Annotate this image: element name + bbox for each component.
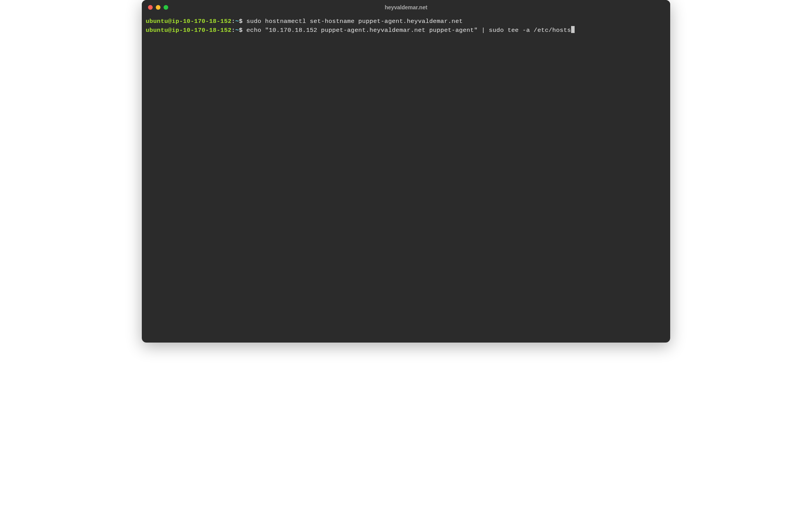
terminal-body[interactable]: ubuntu@ip-10-170-18-152:~$ sudo hostname… xyxy=(142,15,670,343)
prompt-colon: : xyxy=(232,18,235,25)
prompt-dollar: $ xyxy=(239,27,243,34)
window-title: heyvaldemar.net xyxy=(385,4,427,10)
prompt-user: ubuntu@ip-10-170-18-152 xyxy=(146,27,232,34)
prompt-colon: : xyxy=(232,27,235,34)
cursor xyxy=(571,26,575,33)
terminal-line: ubuntu@ip-10-170-18-152:~$ echo "10.170.… xyxy=(146,26,666,35)
prompt-user: ubuntu@ip-10-170-18-152 xyxy=(146,18,232,25)
command-text: echo "10.170.18.152 puppet-agent.heyvald… xyxy=(243,27,571,34)
minimize-button[interactable] xyxy=(156,5,160,10)
prompt-tilde: ~ xyxy=(235,18,239,25)
prompt-dollar: $ xyxy=(239,18,243,25)
prompt-tilde: ~ xyxy=(235,27,239,34)
title-bar: heyvaldemar.net xyxy=(142,0,670,15)
close-button[interactable] xyxy=(148,5,153,10)
terminal-window: heyvaldemar.net ubuntu@ip-10-170-18-152:… xyxy=(142,0,670,343)
traffic-lights xyxy=(148,5,168,10)
terminal-line: ubuntu@ip-10-170-18-152:~$ sudo hostname… xyxy=(146,17,666,26)
maximize-button[interactable] xyxy=(164,5,168,10)
command-text: sudo hostnamectl set-hostname puppet-age… xyxy=(243,18,463,25)
